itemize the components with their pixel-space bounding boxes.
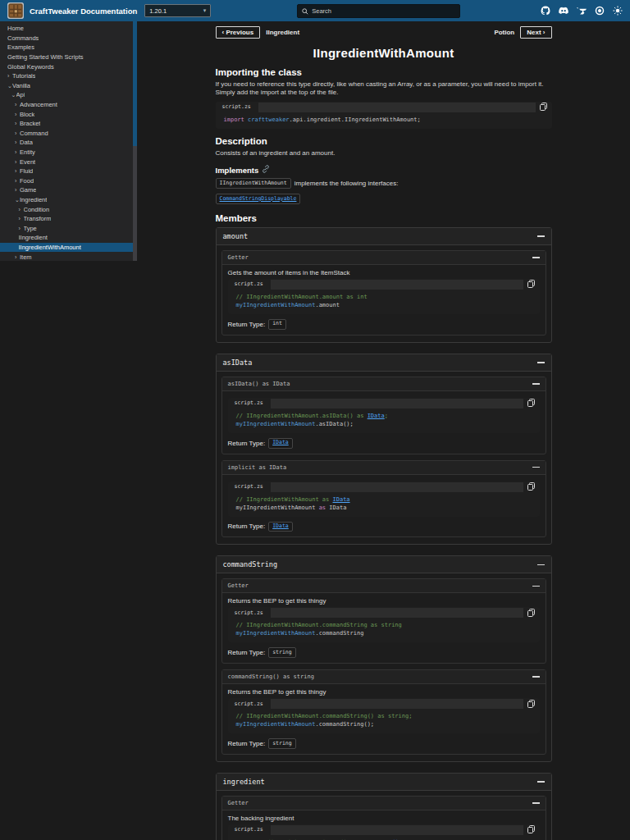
entry-header[interactable]: Getter	[222, 797, 546, 810]
collapse-icon[interactable]	[532, 467, 540, 468]
copy-button[interactable]	[536, 102, 552, 112]
sidebar-item-condition[interactable]: ›Condition	[0, 204, 137, 214]
sidebar-item-label: Examples	[7, 43, 34, 51]
collapse-icon[interactable]	[532, 383, 540, 385]
return-type-label: Return Type:	[228, 649, 266, 656]
return-type-label: Return Type:	[228, 740, 266, 747]
member-entry: GetterReturns the BEP to get this thingy…	[221, 578, 546, 664]
sidebar-item-food[interactable]: ›Food	[0, 176, 137, 186]
code-block: script.zs// IIngredientWithAmount as IDa…	[228, 482, 540, 517]
entry-header[interactable]: commandString() as string	[222, 670, 546, 684]
sidebar-item-game[interactable]: ›Game	[0, 185, 137, 195]
member-header-amount[interactable]: amount	[217, 228, 551, 245]
collapse-icon[interactable]	[532, 676, 540, 678]
sidebar-item-home[interactable]: Home	[0, 24, 137, 34]
previous-page-label[interactable]: IIngredient	[266, 29, 299, 36]
version-dropdown[interactable]: 1.20.1 ▾	[144, 4, 211, 17]
copy-icon	[527, 609, 535, 617]
sidebar-item-label: Vanilla	[12, 82, 30, 89]
entry-signature: commandString() as string	[228, 673, 314, 680]
sidebar-item-iingredientwithamount[interactable]: IIngredientWithAmount	[0, 243, 137, 253]
code-tab-label: script.zs	[228, 279, 270, 290]
sidebar-item-iingredient[interactable]: IIngredient	[0, 233, 137, 243]
entry-header[interactable]: Getter	[222, 579, 546, 593]
sidebar-item-block[interactable]: ›Block	[0, 109, 137, 119]
curseforge-icon[interactable]	[577, 6, 587, 16]
entry-description: Gets the amount of items in the ItemStac…	[228, 269, 540, 276]
member-header-asidata[interactable]: asIData	[217, 354, 551, 372]
sidebar-item-transform[interactable]: ›Transform	[0, 214, 137, 224]
discord-icon[interactable]	[559, 6, 568, 16]
copy-button[interactable]	[523, 607, 540, 618]
sidebar-item-label: Home	[7, 25, 24, 32]
code-header-filler	[258, 103, 536, 112]
sidebar-item-type[interactable]: ›Type	[0, 223, 137, 233]
code-block: script.zs// IIngredientWithAmount.amount…	[228, 279, 540, 314]
return-type-label: Return Type:	[228, 321, 266, 328]
sidebar-item-bracket[interactable]: ›Bracket	[0, 119, 137, 129]
entry-header[interactable]: Getter	[222, 251, 546, 265]
sidebar-item-examples[interactable]: Examples	[0, 43, 137, 52]
sidebar-item-label: Getting Started With Scripts	[7, 53, 84, 61]
sidebar-item-tutorials[interactable]: ›Tutorials	[0, 71, 137, 81]
sidebar-item-fluid[interactable]: ›Fluid	[0, 167, 137, 176]
copy-button[interactable]	[523, 824, 540, 835]
sidebar-item-data[interactable]: ›Data	[0, 138, 137, 148]
link-anchor-icon[interactable]	[262, 165, 270, 175]
return-type-value[interactable]: IData	[268, 438, 293, 449]
entry-header[interactable]: asIData() as IData	[222, 377, 546, 391]
entry-header[interactable]: implicit as IData	[222, 461, 546, 475]
collapse-icon[interactable]	[532, 586, 540, 587]
collapse-icon[interactable]	[537, 362, 545, 363]
code-block: script.zs// IIngredientWithAmount.comman…	[228, 607, 540, 642]
sidebar-item-item[interactable]: ›Item	[0, 252, 137, 261]
github-icon[interactable]	[541, 6, 550, 16]
theme-toggle-icon[interactable]	[613, 6, 623, 16]
copy-button[interactable]	[523, 698, 540, 709]
code-block-header: script.zs	[228, 482, 540, 492]
sidebar-item-event[interactable]: ›Event	[0, 157, 137, 167]
next-button[interactable]: Next ›	[520, 26, 551, 39]
code-block-header: script.zs	[216, 102, 552, 112]
search-box[interactable]	[297, 4, 460, 18]
sidebar-item-commands[interactable]: Commands	[0, 34, 137, 43]
sidebar-item-advancement[interactable]: ›Advancement	[0, 100, 137, 110]
code-tab-label: script.zs	[228, 698, 270, 709]
next-page-label[interactable]: Potion	[494, 29, 514, 36]
code-header-filler	[271, 280, 523, 290]
code-link[interactable]: IData	[333, 496, 350, 503]
code-block-header: script.zs	[228, 398, 540, 409]
member-header-commandstring[interactable]: commandString	[217, 556, 551, 573]
implements-links: CommandStringDisplayable	[216, 191, 552, 206]
member-name: commandString	[223, 560, 278, 568]
sidebar-item-command[interactable]: ›Command	[0, 129, 137, 139]
modrinth-icon[interactable]	[595, 6, 605, 16]
collapse-icon[interactable]	[537, 781, 545, 783]
search-input[interactable]	[312, 7, 455, 15]
collapse-icon[interactable]	[532, 802, 540, 804]
member-entry: asIData() as IDatascript.zs// IIngredien…	[221, 377, 546, 454]
entry-body: Returns the BEP to get this thingyscript…	[222, 593, 546, 663]
collapse-icon[interactable]	[532, 257, 540, 258]
member-header-ingredient[interactable]: ingredient	[217, 774, 551, 791]
sidebar-item-label: Game	[20, 186, 36, 194]
interface-link-commandstringdisplayable[interactable]: CommandStringDisplayable	[216, 194, 301, 204]
sidebar-item-ingredient[interactable]: ⌄Ingredient	[0, 195, 137, 205]
code-link[interactable]: IData	[368, 413, 385, 419]
sidebar-item-label: Bracket	[20, 120, 40, 127]
sidebar-item-vanilla[interactable]: ⌄Vanilla	[0, 81, 137, 91]
sidebar-item-getting-started-with-scripts[interactable]: Getting Started With Scripts	[0, 52, 137, 62]
sidebar-item-global-keywords[interactable]: Global Keywords	[0, 62, 137, 71]
collapse-icon[interactable]	[537, 235, 545, 237]
copy-button[interactable]	[523, 279, 540, 290]
sidebar-item-api[interactable]: ⌄Api	[0, 90, 137, 100]
copy-button[interactable]	[523, 398, 540, 409]
return-type-value[interactable]: IData	[268, 522, 293, 532]
collapse-icon[interactable]	[537, 564, 545, 566]
return-type-label: Return Type:	[228, 523, 266, 530]
copy-icon	[527, 825, 535, 833]
copy-button[interactable]	[523, 482, 540, 492]
sidebar-item-entity[interactable]: ›Entity	[0, 148, 137, 158]
previous-button[interactable]: ‹ Previous	[216, 26, 261, 39]
return-type-value: string	[268, 647, 295, 658]
